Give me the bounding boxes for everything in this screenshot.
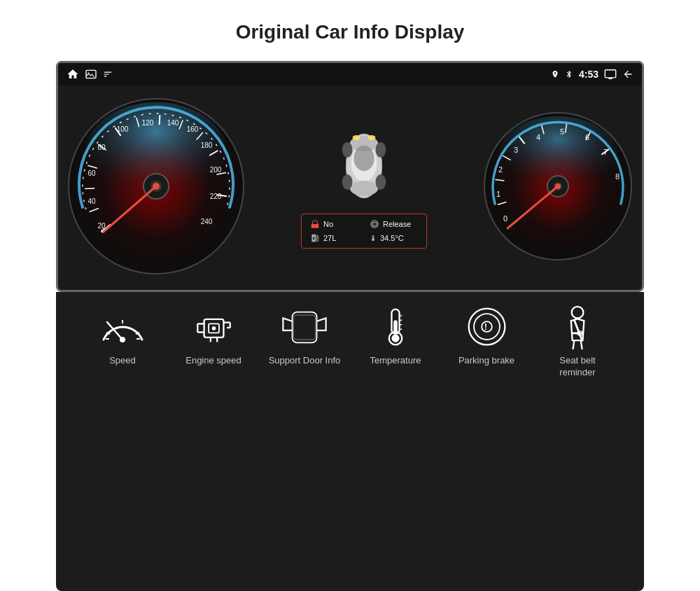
seatbelt-info: No xyxy=(310,218,358,230)
svg-text:80: 80 xyxy=(97,144,106,151)
svg-point-1 xyxy=(88,73,89,74)
svg-point-39 xyxy=(354,145,374,171)
svg-rect-92 xyxy=(293,315,316,340)
tune-icon xyxy=(103,69,113,79)
center-info: No ! Release 27L xyxy=(247,127,481,249)
svg-text:180: 180 xyxy=(201,141,213,149)
back-icon[interactable] xyxy=(622,69,634,80)
thermometer-icon xyxy=(371,306,420,348)
svg-point-45 xyxy=(368,135,376,140)
features-bar: Speed Engine speed xyxy=(56,292,644,591)
svg-point-96 xyxy=(391,335,399,342)
svg-point-105 xyxy=(571,306,583,318)
seatbelt-icon xyxy=(553,306,602,348)
door-icon xyxy=(280,306,329,348)
feature-parking: ! Parking brake xyxy=(441,306,532,367)
temperature-label: Temperature xyxy=(370,355,421,367)
svg-text:160: 160 xyxy=(187,125,199,133)
svg-text:20: 20 xyxy=(97,222,106,230)
parking-value: Release xyxy=(383,220,411,228)
svg-text:40: 40 xyxy=(88,197,96,205)
svg-text:4: 4 xyxy=(536,133,540,141)
svg-text:60: 60 xyxy=(88,169,96,177)
rpm-gauge: 0 1 2 3 4 5 6 7 8 xyxy=(481,109,635,266)
svg-text:220: 220 xyxy=(210,193,222,200)
svg-line-19 xyxy=(160,115,160,125)
door-label: Support Door Info xyxy=(269,355,341,367)
svg-rect-91 xyxy=(293,312,317,342)
svg-point-34 xyxy=(153,183,160,190)
speed-label: Speed xyxy=(109,355,136,367)
screen-icon xyxy=(604,69,617,79)
seatbelt-value: No xyxy=(323,220,333,228)
feature-speed: Speed xyxy=(77,306,168,367)
svg-point-38 xyxy=(350,181,378,196)
time-display: 4:53 xyxy=(579,69,598,80)
home-icon xyxy=(66,68,79,81)
feature-door: Support Door Info xyxy=(259,306,350,367)
fuel-value: 27L xyxy=(323,234,336,242)
svg-point-74 xyxy=(120,337,125,342)
svg-point-44 xyxy=(353,135,360,140)
image-icon xyxy=(85,69,97,79)
svg-text:0: 0 xyxy=(503,214,507,223)
svg-line-108 xyxy=(580,340,582,349)
svg-text:2: 2 xyxy=(498,165,503,174)
svg-text:100: 100 xyxy=(117,125,129,133)
car-top-view xyxy=(336,127,392,204)
svg-text:200: 200 xyxy=(210,166,222,174)
svg-text:240: 240 xyxy=(201,218,213,225)
svg-line-107 xyxy=(573,340,574,349)
svg-text:!: ! xyxy=(373,223,374,226)
feature-seatbelt: Seat belt reminder xyxy=(532,306,623,379)
status-bar-right: 4:53 xyxy=(551,69,634,80)
svg-text:1: 1 xyxy=(496,190,500,198)
svg-point-43 xyxy=(376,174,386,189)
temp-value: 34.5°C xyxy=(380,234,404,242)
svg-point-90 xyxy=(211,326,216,331)
feature-temperature: Temperature xyxy=(350,306,441,367)
engine-icon xyxy=(189,306,238,348)
status-bar-left xyxy=(66,68,113,81)
svg-point-46 xyxy=(371,220,379,228)
svg-text:3: 3 xyxy=(514,146,518,154)
seatbelt-label: Seat belt reminder xyxy=(550,355,606,379)
bluetooth-icon xyxy=(565,69,573,80)
fuel-info: 27L xyxy=(310,232,358,244)
svg-text:120: 120 xyxy=(142,119,154,127)
svg-rect-2 xyxy=(605,70,615,78)
svg-text:140: 140 xyxy=(167,119,179,127)
svg-text:!: ! xyxy=(484,321,486,332)
speedometer: 0 20 40 60 80 100 xyxy=(65,95,247,280)
feature-engine: Engine speed xyxy=(168,306,259,367)
location-icon xyxy=(551,69,559,80)
svg-point-41 xyxy=(376,142,386,158)
svg-text:5: 5 xyxy=(560,127,564,136)
svg-point-72 xyxy=(555,183,561,189)
gauge-area: 0 20 40 60 80 100 xyxy=(58,85,642,290)
speed-icon xyxy=(98,306,147,348)
dashboard-screen: 4:53 xyxy=(56,61,644,292)
parking-info: ! Release xyxy=(370,218,418,230)
svg-point-40 xyxy=(342,142,353,158)
svg-point-42 xyxy=(342,174,353,189)
svg-text:8: 8 xyxy=(615,172,620,181)
status-bar: 4:53 xyxy=(58,63,642,85)
page-title: Original Car Info Display xyxy=(236,21,465,43)
engine-label: Engine speed xyxy=(186,355,241,367)
temp-info: 34.5°C xyxy=(370,232,418,244)
parking-brake-icon: ! xyxy=(462,306,511,348)
parking-brake-label: Parking brake xyxy=(458,355,514,367)
info-panel: No ! Release 27L xyxy=(301,214,427,249)
